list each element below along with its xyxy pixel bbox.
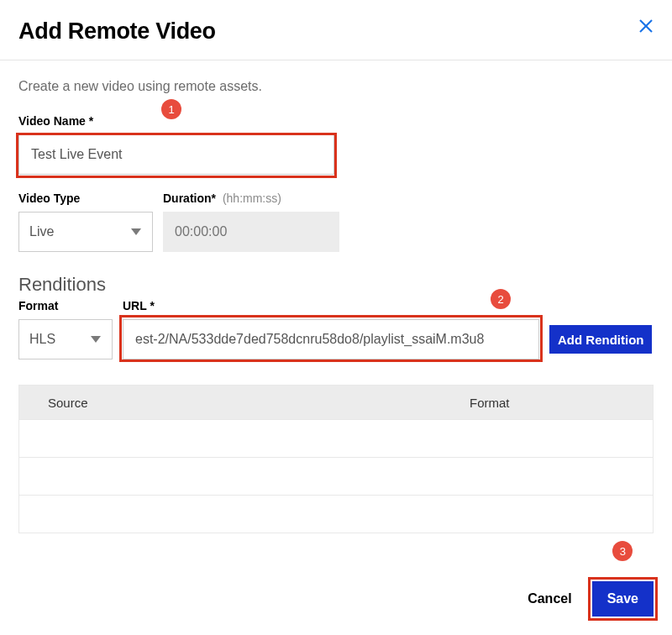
duration-input[interactable]: [163, 212, 339, 252]
video-type-value: Live: [29, 224, 54, 239]
dialog-title: Add Remote Video: [18, 18, 654, 45]
add-rendition-button[interactable]: Add Rendition: [549, 325, 652, 354]
renditions-row: Format HLS URL * Add Rendition 2: [18, 299, 654, 359]
cancel-button[interactable]: Cancel: [519, 581, 580, 617]
url-field: URL *: [123, 299, 539, 359]
video-name-input[interactable]: [18, 134, 334, 175]
close-icon[interactable]: [638, 18, 654, 34]
dialog-body: Create a new video using remote assets. …: [0, 60, 672, 533]
video-type-select[interactable]: Live: [18, 212, 153, 252]
video-name-label: Video Name *: [18, 114, 654, 128]
url-input[interactable]: [123, 319, 539, 359]
dialog-header: Add Remote Video: [0, 0, 672, 60]
duration-hint: (hh:mm:ss): [223, 192, 281, 205]
format-label: Format: [18, 299, 113, 312]
video-type-label: Video Type: [18, 192, 153, 205]
url-label: URL *: [123, 299, 539, 312]
duration-label-text: Duration*: [163, 192, 216, 205]
table-header: Source Format: [19, 386, 653, 419]
duration-label: Duration* (hh:mm:ss): [163, 192, 339, 205]
type-duration-row: Video Type Live Duration* (hh:mm:ss): [18, 192, 654, 252]
renditions-table: Source Format: [18, 385, 654, 533]
format-select[interactable]: HLS: [18, 319, 113, 359]
video-name-field: Video Name * 1: [18, 114, 654, 175]
duration-field: Duration* (hh:mm:ss): [163, 192, 339, 252]
renditions-heading: Renditions: [18, 274, 654, 296]
svg-marker-2: [131, 228, 141, 235]
video-type-field: Video Type Live: [18, 192, 153, 252]
table-row: [19, 495, 653, 533]
chevron-down-icon: [130, 228, 142, 236]
format-value: HLS: [29, 332, 55, 347]
table-row: [19, 419, 653, 457]
chevron-down-icon: [90, 335, 102, 344]
table-header-source: Source: [19, 396, 451, 410]
table-row: [19, 457, 653, 495]
table-header-format: Format: [451, 396, 653, 410]
dialog-subtitle: Create a new video using remote assets.: [18, 79, 654, 94]
svg-marker-3: [91, 336, 101, 343]
dialog-footer: Cancel Save 3: [519, 581, 654, 617]
save-button[interactable]: Save: [592, 581, 654, 617]
annotation-badge-3: 3: [612, 541, 633, 561]
format-field: Format HLS: [18, 299, 113, 359]
